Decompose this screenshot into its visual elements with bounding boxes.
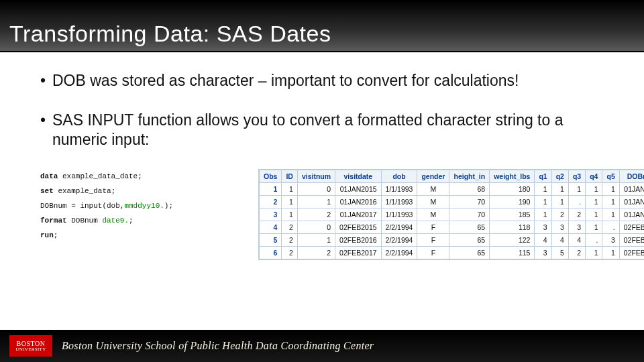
table-cell: 2 xyxy=(282,221,298,234)
table-cell: 2 xyxy=(568,247,585,259)
table-cell: 4 xyxy=(568,234,585,247)
table-cell: 1 xyxy=(535,196,551,208)
table-cell: 1 xyxy=(602,196,619,208)
code-format: date9. xyxy=(102,217,129,225)
table-cell: 1 xyxy=(586,208,602,221)
table-cell: 1 xyxy=(586,183,602,196)
code-text: ; xyxy=(54,231,58,239)
table-cell: 1 xyxy=(586,247,602,259)
table-cell: M xyxy=(417,196,449,208)
table-cell: 1 xyxy=(260,183,282,196)
table-cell: 4 xyxy=(260,221,282,234)
table-header-cell: DOBnum xyxy=(619,170,644,183)
code-text: example_data; xyxy=(54,187,115,195)
table-header-cell: visitnum xyxy=(297,170,335,183)
table-cell: 02FEB1994 xyxy=(619,234,644,247)
table-cell: 01JAN1993 xyxy=(619,208,644,221)
logo-text-top: BOSTON xyxy=(17,341,46,347)
table-cell: 65 xyxy=(449,247,490,259)
table-cell: 1 xyxy=(586,196,602,208)
table-cell: . xyxy=(602,221,619,234)
table-cell: 2 xyxy=(297,247,335,259)
table-row: 11001JAN20151/1/1993M681801111101JAN1993 xyxy=(260,183,645,196)
logo-text-bottom: UNIVERSITY xyxy=(16,347,46,352)
table-cell: 115 xyxy=(490,247,535,259)
table-header-cell: q5 xyxy=(602,170,619,183)
table-header-cell: dob xyxy=(381,170,417,183)
table-cell: 02FEB2016 xyxy=(335,234,381,247)
table-cell: 2 xyxy=(568,208,585,221)
table-cell: 1 xyxy=(282,183,298,196)
table-cell: 01JAN1993 xyxy=(619,183,644,196)
table-cell: 65 xyxy=(449,221,490,234)
table-cell: 3 xyxy=(535,221,551,234)
code-format: mmddyy10. xyxy=(124,202,164,210)
table-cell: 65 xyxy=(449,234,490,247)
table-cell: 01JAN2016 xyxy=(335,196,381,208)
slide-title: Transforming Data: SAS Dates xyxy=(9,21,331,47)
table-cell: 1 xyxy=(551,196,568,208)
table-header-cell: ID xyxy=(282,170,298,183)
table-cell: 02FEB2017 xyxy=(335,247,381,259)
table-cell: 1/1/1993 xyxy=(381,196,417,208)
title-bar: Transforming Data: SAS Dates xyxy=(0,0,644,52)
table-header-cell: height_in xyxy=(449,170,490,183)
bullet-text: DOB was stored as character – important … xyxy=(52,71,519,90)
table-cell: 0 xyxy=(297,221,335,234)
table-cell: 118 xyxy=(490,221,535,234)
table-cell: 1 xyxy=(297,196,335,208)
table-cell: 5 xyxy=(260,234,282,247)
table-row: 52102FEB20162/2/1994F65122444.302FEB1994 xyxy=(260,234,645,247)
table-cell: 6 xyxy=(260,247,282,259)
bullet-dot: • xyxy=(40,71,52,90)
table-cell: F xyxy=(417,247,449,259)
table-cell: 5 xyxy=(551,247,568,259)
code-text: DOBnum = input(dob, xyxy=(40,202,124,210)
content-area: • DOB was stored as character – importan… xyxy=(0,52,644,330)
table-cell: 4 xyxy=(535,234,551,247)
table-row: 31201JAN20171/1/1993M701851221101JAN1993 xyxy=(260,208,645,221)
table-cell: 3 xyxy=(551,221,568,234)
table-cell: 3 xyxy=(568,221,585,234)
table-cell: 1 xyxy=(602,208,619,221)
table-cell: 1/1/1993 xyxy=(381,183,417,196)
table-cell: 3 xyxy=(535,247,551,259)
table-cell: 1 xyxy=(297,234,335,247)
table-cell: 2/2/1994 xyxy=(381,221,417,234)
table-cell: M xyxy=(417,208,449,221)
table-cell: 68 xyxy=(449,183,490,196)
table-cell: 70 xyxy=(449,196,490,208)
table-cell: 2 xyxy=(260,196,282,208)
bullet-dot: • xyxy=(40,111,52,149)
table-cell: 1 xyxy=(602,183,619,196)
table-cell: 1 xyxy=(551,183,568,196)
code-keyword: run xyxy=(40,231,54,239)
code-text: ); xyxy=(164,202,173,210)
table-cell: 70 xyxy=(449,208,490,221)
table-cell: 02FEB1994 xyxy=(619,221,644,234)
table-cell: . xyxy=(568,196,585,208)
table-cell: 2/2/1994 xyxy=(381,247,417,259)
table-cell: M xyxy=(417,183,449,196)
table-cell: 0 xyxy=(297,183,335,196)
code-text: ; xyxy=(129,217,133,225)
table-cell: 1 xyxy=(282,196,298,208)
code-keyword: data xyxy=(40,172,58,180)
table-header-cell: q2 xyxy=(551,170,568,183)
table-header-cell: visitdate xyxy=(335,170,381,183)
table-cell: 1 xyxy=(568,183,585,196)
table-cell: 01JAN2015 xyxy=(335,183,381,196)
data-table: ObsIDvisitnumvisitdatedobgenderheight_in… xyxy=(259,170,644,259)
table-row: 62202FEB20172/2/1994F651153521102FEB1994 xyxy=(260,247,645,259)
table-cell: 2/2/1994 xyxy=(381,234,417,247)
table-cell: 122 xyxy=(490,234,535,247)
table-header-cell: q4 xyxy=(586,170,602,183)
code-and-table-row: data example_data_date; set example_data… xyxy=(40,169,610,260)
table-cell: 3 xyxy=(602,234,619,247)
table-header-row: ObsIDvisitnumvisitdatedobgenderheight_in… xyxy=(260,170,645,183)
table-cell: 3 xyxy=(260,208,282,221)
table-cell: 1/1/1993 xyxy=(381,208,417,221)
bullet-2: • SAS INPUT function allows you to conve… xyxy=(40,111,610,149)
table-cell: 4 xyxy=(551,234,568,247)
table-cell: 185 xyxy=(490,208,535,221)
